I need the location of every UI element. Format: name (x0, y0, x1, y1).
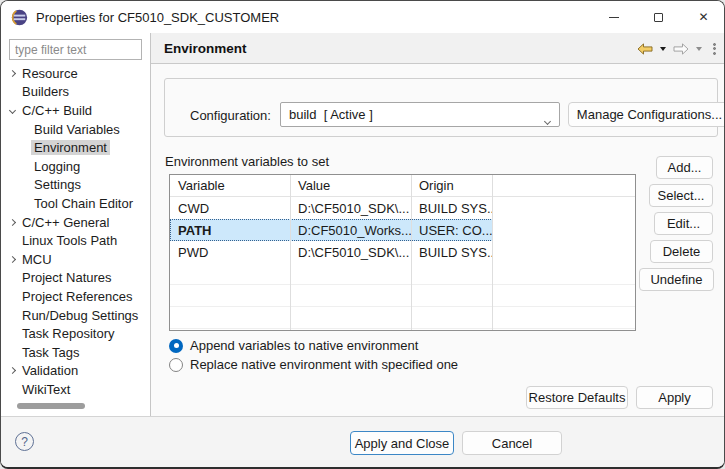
environment-variables-label: Environment variables to set (165, 154, 329, 169)
title-bar[interactable]: Properties for CF5010_SDK_CUSTOMER ✕ (1, 1, 725, 33)
chevron-right-icon[interactable] (6, 253, 18, 265)
sidebar-item-mcu[interactable]: MCU (1, 250, 151, 269)
table-empty-row (170, 263, 635, 285)
filter-input[interactable] (9, 39, 142, 60)
sidebar-item-logging[interactable]: Logging (1, 157, 151, 176)
apply-button[interactable]: Apply (636, 386, 713, 409)
restore-defaults-button[interactable]: Restore Defaults (526, 386, 628, 409)
configuration-label: Configuration: (190, 108, 271, 123)
sidebar-item-build-variables[interactable]: Build Variables (1, 120, 151, 139)
window-title: Properties for CF5010_SDK_CUSTOMER (36, 10, 279, 25)
radio-unselected-icon (169, 358, 183, 372)
sidebar-item-linux-tools-path[interactable]: Linux Tools Path (1, 231, 151, 250)
sidebar-item-environment[interactable]: Environment (1, 138, 151, 157)
sidebar-item-task-tags[interactable]: Task Tags (1, 343, 151, 362)
sidebar-item-task-repository[interactable]: Task Repository (1, 324, 151, 343)
minimize-button[interactable] (591, 1, 636, 33)
sidebar-item-cpp-build[interactable]: C/C++ Build (1, 101, 151, 120)
properties-dialog: Properties for CF5010_SDK_CUSTOMER ✕ Res… (0, 0, 725, 469)
help-button[interactable]: ? (15, 432, 34, 451)
delete-button[interactable]: Delete (650, 240, 713, 263)
help-icon: ? (21, 435, 28, 449)
forward-history-dropdown-icon[interactable] (696, 47, 702, 51)
table-row-pwd[interactable]: PWD D:\CF5010_SDK\... BUILD SYS... (170, 241, 635, 263)
undefine-button[interactable]: Undefine (639, 268, 714, 291)
sidebar-item-project-references[interactable]: Project References (1, 287, 151, 306)
cancel-button[interactable]: Cancel (462, 431, 562, 455)
chevron-right-icon[interactable] (6, 365, 18, 377)
sidebar-item-settings[interactable]: Settings (1, 176, 151, 195)
column-header-variable[interactable]: Variable (170, 178, 290, 193)
append-variables-radio[interactable]: Append variables to native environment (169, 337, 418, 354)
add-button[interactable]: Add... (656, 156, 713, 179)
manage-configurations-button[interactable]: Manage Configurations... (568, 102, 725, 127)
select-button[interactable]: Select... (649, 184, 713, 207)
maximize-icon (654, 13, 663, 22)
table-row-path[interactable]: PATH D:CF5010_Works... USER: CO... (170, 219, 635, 241)
chevron-right-icon[interactable] (6, 67, 18, 79)
properties-tree: Resource Builders C/C++ Build Build Vari… (1, 64, 151, 399)
sidebar-horizontal-scrollbar[interactable] (17, 403, 85, 409)
dialog-button-bar: ? Apply and Close Cancel (1, 416, 725, 469)
sidebar-item-wikitext[interactable]: WikiText (1, 380, 151, 399)
table-header-row: Variable Value Origin (170, 175, 635, 197)
minimize-icon (609, 17, 619, 18)
environment-page: Configuration: build [ Active ] Manage C… (151, 64, 725, 416)
column-header-origin[interactable]: Origin (411, 178, 492, 193)
page-header: Environment (151, 33, 725, 64)
back-history-dropdown-icon[interactable] (660, 47, 666, 51)
replace-environment-radio[interactable]: Replace native environment with specifie… (169, 356, 458, 373)
sidebar-item-run-debug-settings[interactable]: Run/Debug Settings (1, 306, 151, 325)
forward-icon[interactable] (673, 43, 689, 55)
sidebar-item-tool-chain-editor[interactable]: Tool Chain Editor (1, 194, 151, 213)
chevron-down-icon (545, 112, 550, 127)
apply-and-close-button[interactable]: Apply and Close (350, 431, 454, 455)
chevron-right-icon[interactable] (6, 216, 18, 228)
chevron-down-icon[interactable] (6, 104, 18, 116)
properties-sidebar: Resource Builders C/C++ Build Build Vari… (1, 33, 151, 416)
back-icon[interactable] (637, 43, 653, 55)
column-header-value[interactable]: Value (290, 178, 411, 193)
close-button[interactable]: ✕ (681, 1, 725, 33)
page-title: Environment (164, 41, 247, 56)
sidebar-item-resource[interactable]: Resource (1, 64, 151, 83)
table-empty-row (170, 307, 635, 329)
table-empty-row (170, 285, 635, 307)
configuration-select[interactable]: build [ Active ] (280, 102, 560, 127)
sidebar-item-builders[interactable]: Builders (1, 83, 151, 102)
configuration-value: build [ Active ] (289, 107, 373, 122)
table-row-cwd[interactable]: CWD D:\CF5010_SDK\... BUILD SYS... (170, 197, 635, 219)
radio-selected-icon (169, 339, 183, 353)
eclipse-logo-icon (11, 9, 28, 26)
sidebar-item-project-natures[interactable]: Project Natures (1, 269, 151, 288)
configuration-group: Configuration: build [ Active ] Manage C… (164, 78, 718, 137)
edit-button[interactable]: Edit... (654, 212, 713, 235)
vertical-dots-icon[interactable] (713, 43, 716, 55)
maximize-button[interactable] (636, 1, 681, 33)
environment-variables-table[interactable]: Variable Value Origin CWD D:\CF5010_SDK\… (169, 174, 636, 331)
close-icon: ✕ (698, 11, 708, 23)
sidebar-item-validation[interactable]: Validation (1, 362, 151, 381)
sidebar-item-cpp-general[interactable]: C/C++ General (1, 213, 151, 232)
